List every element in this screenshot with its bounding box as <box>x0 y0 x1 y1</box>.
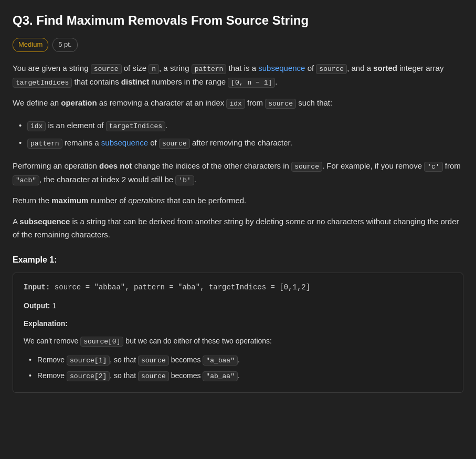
pattern-code-1: pattern <box>192 64 227 74</box>
acb-code: "acb" <box>13 175 39 185</box>
input-label: Input: <box>24 283 50 291</box>
description-para4: Return the maximum number of operations … <box>13 194 463 207</box>
desc-text-1: You are given a string <box>13 64 91 72</box>
output-label: Output: <box>24 301 50 310</box>
cond2-mid: of <box>148 138 159 147</box>
ex-b2-mid: , so that <box>110 371 138 380</box>
desc-text-9: We define an operation as removing a cha… <box>13 98 226 107</box>
source-code-3: source <box>265 99 296 109</box>
ex-b2-end: . <box>238 371 240 380</box>
subsequence-link-1[interactable]: subsequence <box>258 64 305 72</box>
desc-text-14: from <box>443 161 461 170</box>
condition-item-1: idx is an element of targetIndices. <box>19 117 463 134</box>
doesnot-bold: does not <box>99 161 132 170</box>
result2-code: "ab_aa" <box>203 371 238 381</box>
operation-bold: operation <box>61 98 97 107</box>
maximum-bold: maximum <box>51 196 88 205</box>
desc-text-5: of <box>305 64 316 72</box>
description-para3: Performing an operation does not change … <box>13 159 463 186</box>
points-badge: 5 pt. <box>52 38 77 52</box>
description-para5: A subsequence is a string that can be de… <box>13 215 463 242</box>
ex-b1-mid2: becomes <box>169 356 203 364</box>
example1-bullets: Remove source[1], so that source becomes… <box>24 352 452 384</box>
description-para2: We define an operation as removing a cha… <box>13 96 463 110</box>
desc-text-2: of size <box>122 64 149 72</box>
desc-text-18: A subsequence is a string that can be de… <box>13 217 459 239</box>
desc-text-10: from <box>245 98 265 107</box>
difficulty-badge: Medium <box>13 38 48 52</box>
cond1-text: is an element of <box>46 121 105 130</box>
output-number: 1 <box>52 301 56 310</box>
source2-code: source[2] <box>67 371 110 381</box>
badges-container: Medium 5 pt. <box>13 38 463 52</box>
explanation-header: Explanation: <box>24 318 452 329</box>
source-code-2: source <box>316 64 347 74</box>
example1-box: Input: source = "abbaa", pattern = "aba"… <box>13 273 463 393</box>
explanation-text-2: but we can do either of these two operat… <box>123 337 272 345</box>
n-code: n <box>149 64 159 74</box>
ex-b2-mid2: becomes <box>169 371 203 380</box>
example-bullet-2: Remove source[2], so that source becomes… <box>29 368 452 384</box>
desc-text-16: . <box>194 175 196 184</box>
source-code-7: source <box>138 371 169 381</box>
explanation-text-1: We can't remove <box>24 337 80 345</box>
targetindices-code-2: targetIndices <box>106 121 165 131</box>
ex-b1-mid: , so that <box>110 356 138 364</box>
desc-text-15: , the character at index 2 would still b… <box>39 175 175 184</box>
condition-item-2: pattern remains a subsequence of source … <box>19 134 463 152</box>
explanation-label: Explanation: <box>24 319 68 328</box>
desc-text-4: that is a <box>226 64 258 72</box>
source-code-4: source <box>159 139 190 149</box>
cond1-end: . <box>165 121 167 130</box>
range-code: [0, n − 1] <box>228 78 275 88</box>
idx-code-1: idx <box>226 99 245 109</box>
input-value: source = "abbaa", pattern = "aba", targe… <box>55 283 310 291</box>
example-bullet-1: Remove source[1], so that source becomes… <box>29 352 452 368</box>
example1-heading: Example 1: <box>13 253 463 267</box>
cond2-text: remains a <box>62 138 101 147</box>
desc-text-3: , a string <box>159 64 192 72</box>
subsequence-bold: subsequence <box>19 217 70 226</box>
desc-text-6: , and a sorted integer array <box>347 64 443 72</box>
b-char-code: 'b' <box>175 175 194 185</box>
operation-conditions-list: idx is an element of targetIndices. patt… <box>13 117 463 152</box>
description-para1: You are given a string source of size n,… <box>13 61 463 89</box>
idx-code-2: idx <box>27 121 46 131</box>
targetindices-code-1: targetIndices <box>13 78 72 88</box>
example1-explanation: Explanation: We can't remove source[0] b… <box>24 318 452 384</box>
desc-text-12: Performing an operation does not change … <box>13 161 291 170</box>
desc-text-11: such that: <box>296 98 332 107</box>
c-char-code: 'c' <box>424 162 442 172</box>
desc-text-13: . For example, if you remove <box>322 161 424 170</box>
desc-text-8: . <box>275 77 277 86</box>
subsequence-link-2[interactable]: subsequence <box>101 138 148 147</box>
source0-code: source[0] <box>80 337 123 347</box>
desc-text-17: Return the maximum number of operations … <box>13 196 246 205</box>
source-code-1: source <box>91 64 122 74</box>
page-title: Q3. Find Maximum Removals From Source St… <box>13 11 463 30</box>
cond2-end: after removing the character. <box>190 138 292 147</box>
source1-code: source[1] <box>67 356 110 366</box>
pattern-code-2: pattern <box>27 139 62 149</box>
ex-b2-prefix: Remove <box>37 371 67 380</box>
example1-output-line: Output: 1 <box>24 300 452 311</box>
ex-b1-end: . <box>238 356 240 364</box>
source-code-5: source <box>291 162 322 172</box>
ex-b1-prefix: Remove <box>37 356 67 364</box>
explanation-body: We can't remove source[0] but we can do … <box>24 335 452 348</box>
sorted-bold: sorted <box>373 64 397 72</box>
example1-input-line: Input: source = "abbaa", pattern = "aba"… <box>24 281 452 293</box>
source-code-6: source <box>138 356 169 366</box>
desc-text-7: that contains distinct numbers in the ra… <box>72 77 228 86</box>
result1-code: "a_baa" <box>203 356 238 366</box>
operations-italic: operations <box>128 196 165 205</box>
distinct-bold: distinct <box>121 77 149 86</box>
